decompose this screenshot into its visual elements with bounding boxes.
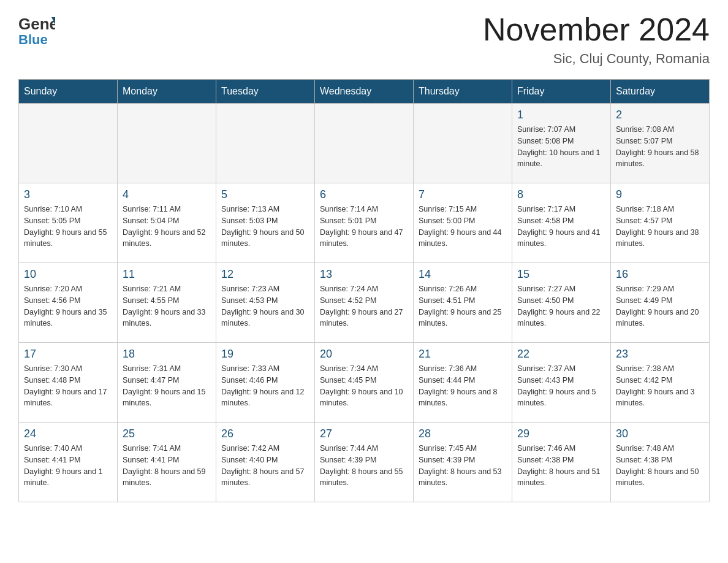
day-info: Sunrise: 7:14 AM Sunset: 5:01 PM Dayligh… <box>320 204 408 250</box>
svg-text:General: General <box>18 15 55 33</box>
day-cell: 24Sunrise: 7:40 AM Sunset: 4:41 PM Dayli… <box>19 423 118 502</box>
day-cell <box>118 104 216 183</box>
day-number: 3 <box>24 188 112 201</box>
day-cell: 27Sunrise: 7:44 AM Sunset: 4:39 PM Dayli… <box>315 423 414 502</box>
day-cell: 25Sunrise: 7:41 AM Sunset: 4:41 PM Dayli… <box>118 423 216 502</box>
day-info: Sunrise: 7:29 AM Sunset: 4:49 PM Dayligh… <box>616 283 704 329</box>
day-cell: 2Sunrise: 7:08 AM Sunset: 5:07 PM Daylig… <box>611 104 710 183</box>
day-cell: 7Sunrise: 7:15 AM Sunset: 5:00 PM Daylig… <box>414 183 512 263</box>
logo: General Blue <box>18 12 55 46</box>
day-cell <box>414 104 512 183</box>
header-friday: Friday <box>512 80 611 104</box>
day-number: 8 <box>517 188 605 201</box>
day-number: 29 <box>517 427 605 440</box>
header-wednesday: Wednesday <box>315 80 414 104</box>
day-info: Sunrise: 7:20 AM Sunset: 4:56 PM Dayligh… <box>24 283 112 329</box>
day-cell: 4Sunrise: 7:11 AM Sunset: 5:04 PM Daylig… <box>118 183 216 263</box>
day-info: Sunrise: 7:21 AM Sunset: 4:55 PM Dayligh… <box>123 283 211 329</box>
week-row-4: 17Sunrise: 7:30 AM Sunset: 4:48 PM Dayli… <box>19 343 710 423</box>
page-header: General Blue November 2024 Sic, Cluj Cou… <box>18 12 710 67</box>
day-number: 24 <box>24 427 112 440</box>
week-row-3: 10Sunrise: 7:20 AM Sunset: 4:56 PM Dayli… <box>19 263 710 343</box>
day-cell: 26Sunrise: 7:42 AM Sunset: 4:40 PM Dayli… <box>216 423 315 502</box>
day-cell: 22Sunrise: 7:37 AM Sunset: 4:43 PM Dayli… <box>512 343 611 423</box>
day-number: 22 <box>517 348 605 361</box>
day-number: 10 <box>24 268 112 281</box>
day-info: Sunrise: 7:10 AM Sunset: 5:05 PM Dayligh… <box>24 204 112 250</box>
day-info: Sunrise: 7:40 AM Sunset: 4:41 PM Dayligh… <box>24 443 112 489</box>
day-info: Sunrise: 7:30 AM Sunset: 4:48 PM Dayligh… <box>24 363 112 409</box>
day-info: Sunrise: 7:36 AM Sunset: 4:44 PM Dayligh… <box>419 363 507 409</box>
calendar-header-row: Sunday Monday Tuesday Wednesday Thursday… <box>19 80 710 104</box>
header-saturday: Saturday <box>611 80 710 104</box>
day-info: Sunrise: 7:13 AM Sunset: 5:03 PM Dayligh… <box>221 204 309 250</box>
day-cell: 5Sunrise: 7:13 AM Sunset: 5:03 PM Daylig… <box>216 183 315 263</box>
day-cell <box>19 104 118 183</box>
day-cell <box>216 104 315 183</box>
day-number: 18 <box>123 348 211 361</box>
day-number: 12 <box>221 268 309 281</box>
day-info: Sunrise: 7:17 AM Sunset: 4:58 PM Dayligh… <box>517 204 605 250</box>
day-info: Sunrise: 7:11 AM Sunset: 5:04 PM Dayligh… <box>123 204 211 250</box>
day-info: Sunrise: 7:27 AM Sunset: 4:50 PM Dayligh… <box>517 283 605 329</box>
week-row-1: 1Sunrise: 7:07 AM Sunset: 5:08 PM Daylig… <box>19 104 710 183</box>
day-cell: 12Sunrise: 7:23 AM Sunset: 4:53 PM Dayli… <box>216 263 315 343</box>
day-cell: 20Sunrise: 7:34 AM Sunset: 4:45 PM Dayli… <box>315 343 414 423</box>
day-number: 20 <box>320 348 408 361</box>
day-number: 6 <box>320 188 408 201</box>
header-sunday: Sunday <box>19 80 118 104</box>
day-cell: 9Sunrise: 7:18 AM Sunset: 4:57 PM Daylig… <box>611 183 710 263</box>
week-row-2: 3Sunrise: 7:10 AM Sunset: 5:05 PM Daylig… <box>19 183 710 263</box>
day-cell: 16Sunrise: 7:29 AM Sunset: 4:49 PM Dayli… <box>611 263 710 343</box>
day-cell: 28Sunrise: 7:45 AM Sunset: 4:39 PM Dayli… <box>414 423 512 502</box>
day-cell: 10Sunrise: 7:20 AM Sunset: 4:56 PM Dayli… <box>19 263 118 343</box>
calendar-table: Sunday Monday Tuesday Wednesday Thursday… <box>18 79 710 502</box>
day-number: 5 <box>221 188 309 201</box>
day-cell: 29Sunrise: 7:46 AM Sunset: 4:38 PM Dayli… <box>512 423 611 502</box>
day-number: 2 <box>616 109 704 121</box>
day-cell: 19Sunrise: 7:33 AM Sunset: 4:46 PM Dayli… <box>216 343 315 423</box>
day-cell: 13Sunrise: 7:24 AM Sunset: 4:52 PM Dayli… <box>315 263 414 343</box>
header-monday: Monday <box>118 80 216 104</box>
day-cell: 14Sunrise: 7:26 AM Sunset: 4:51 PM Dayli… <box>414 263 512 343</box>
day-number: 27 <box>320 427 408 440</box>
svg-text:Blue: Blue <box>18 32 48 46</box>
day-info: Sunrise: 7:48 AM Sunset: 4:38 PM Dayligh… <box>616 443 704 489</box>
day-cell: 6Sunrise: 7:14 AM Sunset: 5:01 PM Daylig… <box>315 183 414 263</box>
day-number: 19 <box>221 348 309 361</box>
day-cell: 17Sunrise: 7:30 AM Sunset: 4:48 PM Dayli… <box>19 343 118 423</box>
day-info: Sunrise: 7:46 AM Sunset: 4:38 PM Dayligh… <box>517 443 605 489</box>
day-info: Sunrise: 7:08 AM Sunset: 5:07 PM Dayligh… <box>616 124 704 170</box>
day-info: Sunrise: 7:15 AM Sunset: 5:00 PM Dayligh… <box>419 204 507 250</box>
day-cell: 11Sunrise: 7:21 AM Sunset: 4:55 PM Dayli… <box>118 263 216 343</box>
day-cell: 15Sunrise: 7:27 AM Sunset: 4:50 PM Dayli… <box>512 263 611 343</box>
day-cell: 21Sunrise: 7:36 AM Sunset: 4:44 PM Dayli… <box>414 343 512 423</box>
day-number: 9 <box>616 188 704 201</box>
day-cell: 3Sunrise: 7:10 AM Sunset: 5:05 PM Daylig… <box>19 183 118 263</box>
location-subtitle: Sic, Cluj County, Romania <box>483 51 710 67</box>
day-info: Sunrise: 7:24 AM Sunset: 4:52 PM Dayligh… <box>320 283 408 329</box>
day-info: Sunrise: 7:38 AM Sunset: 4:42 PM Dayligh… <box>616 363 704 409</box>
day-number: 25 <box>123 427 211 440</box>
day-cell: 1Sunrise: 7:07 AM Sunset: 5:08 PM Daylig… <box>512 104 611 183</box>
day-info: Sunrise: 7:37 AM Sunset: 4:43 PM Dayligh… <box>517 363 605 409</box>
day-cell <box>315 104 414 183</box>
day-info: Sunrise: 7:18 AM Sunset: 4:57 PM Dayligh… <box>616 204 704 250</box>
header-tuesday: Tuesday <box>216 80 315 104</box>
day-number: 16 <box>616 268 704 281</box>
day-number: 11 <box>123 268 211 281</box>
day-number: 28 <box>419 427 507 440</box>
day-number: 17 <box>24 348 112 361</box>
day-info: Sunrise: 7:23 AM Sunset: 4:53 PM Dayligh… <box>221 283 309 329</box>
header-thursday: Thursday <box>414 80 512 104</box>
day-info: Sunrise: 7:44 AM Sunset: 4:39 PM Dayligh… <box>320 443 408 489</box>
day-number: 26 <box>221 427 309 440</box>
day-info: Sunrise: 7:42 AM Sunset: 4:40 PM Dayligh… <box>221 443 309 489</box>
day-info: Sunrise: 7:26 AM Sunset: 4:51 PM Dayligh… <box>419 283 507 329</box>
day-info: Sunrise: 7:45 AM Sunset: 4:39 PM Dayligh… <box>419 443 507 489</box>
day-info: Sunrise: 7:34 AM Sunset: 4:45 PM Dayligh… <box>320 363 408 409</box>
month-year-title: November 2024 <box>483 12 710 47</box>
day-number: 15 <box>517 268 605 281</box>
logo-icon: General Blue <box>18 12 55 46</box>
day-number: 23 <box>616 348 704 361</box>
